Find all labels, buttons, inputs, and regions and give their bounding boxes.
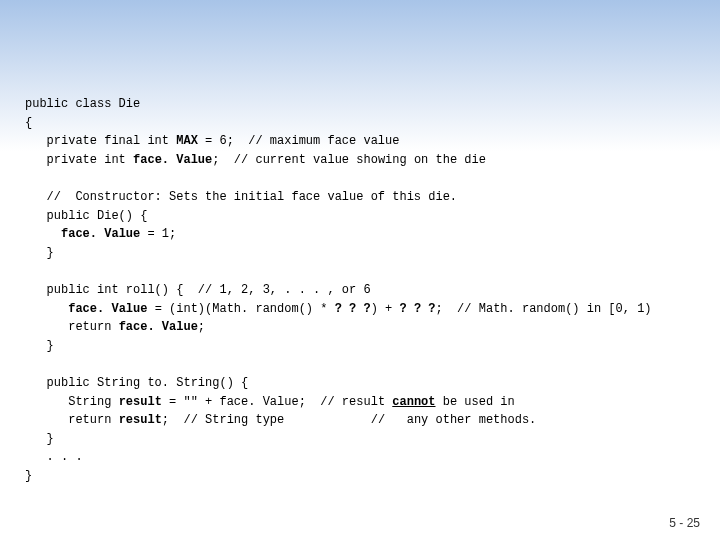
code-text: = "" + face. Value; // result [162, 395, 392, 409]
identifier-facevalue: face. Value [119, 320, 198, 334]
slide: public class Die { private final int MAX… [0, 0, 720, 540]
code-text: ; // Math. random() in [0, 1) [436, 302, 652, 316]
code-line: { [25, 114, 695, 133]
code-line: public String to. String() { [25, 374, 695, 393]
code-text: = (int)(Math. random() * [147, 302, 334, 316]
code-line: return result; // String type // any oth… [25, 411, 695, 430]
code-text: = 6; // maximum face value [198, 134, 400, 148]
code-line: // Constructor: Sets the initial face va… [25, 188, 695, 207]
code-text [25, 302, 68, 316]
blank-line [25, 262, 695, 281]
code-line: } [25, 244, 695, 263]
code-text: return [25, 320, 119, 334]
identifier-facevalue: face. Value [61, 227, 140, 241]
code-line: face. Value = 1; [25, 225, 695, 244]
code-line: return face. Value; [25, 318, 695, 337]
code-text: private final int [25, 134, 176, 148]
code-text: ; [198, 320, 205, 334]
code-text: be used in [436, 395, 515, 409]
code-line: face. Value = (int)(Math. random() * ? ?… [25, 300, 695, 319]
placeholder-qmarks: ? ? ? [335, 302, 371, 316]
identifier-max: MAX [176, 134, 198, 148]
code-line: . . . [25, 448, 695, 467]
code-text: return [25, 413, 119, 427]
code-line: private final int MAX = 6; // maximum fa… [25, 132, 695, 151]
code-line: private int face. Value; // current valu… [25, 151, 695, 170]
code-line: } [25, 467, 695, 486]
code-block: public class Die { private final int MAX… [25, 95, 695, 485]
code-text: ; // String type // any other methods. [162, 413, 536, 427]
code-text: String [25, 395, 119, 409]
code-line: } [25, 337, 695, 356]
code-line: public class Die [25, 95, 695, 114]
code-line: public int roll() { // 1, 2, 3, . . . , … [25, 281, 695, 300]
blank-line [25, 169, 695, 188]
code-text [25, 227, 61, 241]
identifier-facevalue: face. Value [68, 302, 147, 316]
identifier-result: result [119, 395, 162, 409]
emphasis-cannot: cannot [392, 395, 435, 409]
code-text: ) + [371, 302, 400, 316]
code-text: private int [25, 153, 133, 167]
identifier-facevalue: face. Value [133, 153, 212, 167]
code-line: } [25, 430, 695, 449]
code-text: = 1; [140, 227, 176, 241]
blank-line [25, 355, 695, 374]
page-number: 5 - 25 [669, 516, 700, 530]
code-text: ; // current value showing on the die [212, 153, 486, 167]
placeholder-qmarks: ? ? ? [400, 302, 436, 316]
code-line: public Die() { [25, 207, 695, 226]
identifier-result: result [119, 413, 162, 427]
code-line: String result = "" + face. Value; // res… [25, 393, 695, 412]
